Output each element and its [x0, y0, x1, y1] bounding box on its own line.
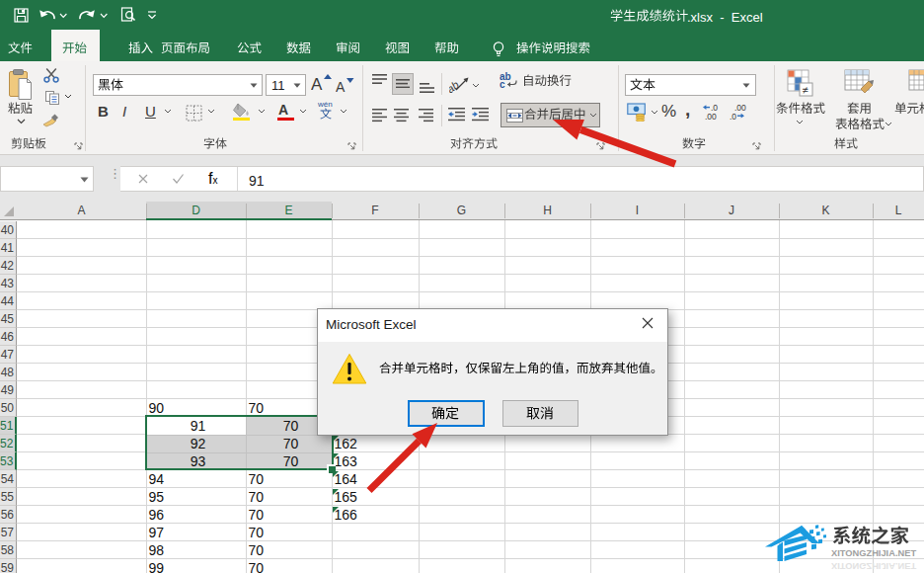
- svg-text:c: c: [500, 79, 505, 88]
- svg-text:.0: .0: [730, 112, 736, 121]
- svg-text:ab: ab: [449, 78, 461, 93]
- svg-text:.00: .00: [705, 112, 717, 121]
- svg-text:A: A: [336, 79, 346, 95]
- svg-text:≠: ≠: [803, 84, 808, 96]
- svg-text:A: A: [311, 75, 323, 94]
